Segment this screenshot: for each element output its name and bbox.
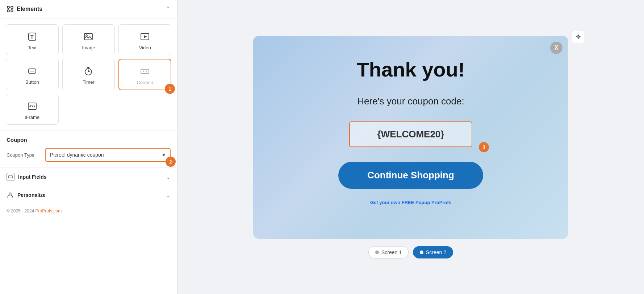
element-iframe[interactable]: iFrame <box>6 94 59 125</box>
move-icon[interactable]: ✥ <box>572 31 584 43</box>
button-element-icon <box>27 66 38 76</box>
screen-tab-1[interactable]: Screen 1 <box>368 246 409 258</box>
input-fields-icon <box>7 173 14 181</box>
popup-card: X Thank you! Here's your coupon code: ✥ … <box>253 36 568 239</box>
svg-marker-9 <box>144 35 147 38</box>
screen-tab-2-label: Screen 2 <box>426 249 446 255</box>
coupon-settings-section: Coupon Coupon Type Picreel dynamic coupo… <box>0 131 177 167</box>
screen-tab-2[interactable]: Screen 2 <box>413 246 453 258</box>
collapse-button[interactable]: ⌃ <box>165 5 171 13</box>
footer: © 2005 - 2024 ProProfs.com <box>0 204 177 218</box>
personalize-label: Personalize <box>17 192 46 198</box>
screen-tabs: Screen 1 Screen 2 <box>368 246 453 258</box>
element-video[interactable]: Video <box>118 24 171 55</box>
continue-shopping-button[interactable]: Continue Shopping <box>338 162 483 189</box>
popup-footer: Get your own FREE Popup ProProfs <box>370 200 451 205</box>
svg-point-24 <box>9 193 11 195</box>
iframe-element-label: iFrame <box>25 115 39 120</box>
coupon-element-label: Coupon <box>137 80 153 85</box>
coupon-code-display: {WELCOME20} <box>349 121 472 147</box>
coupon-field: Coupon Type Picreel dynamic coupon Stati… <box>7 148 171 162</box>
svg-text:T: T <box>30 34 34 40</box>
svg-rect-22 <box>8 176 13 178</box>
input-fields-section[interactable]: Input Fields ⌄ <box>0 167 177 186</box>
svg-rect-17 <box>141 69 149 74</box>
svg-point-0 <box>7 6 9 8</box>
svg-rect-6 <box>84 33 92 40</box>
coupon-section-title: Coupon <box>7 137 171 143</box>
element-text[interactable]: T Text <box>6 24 59 55</box>
elements-icon <box>7 5 14 13</box>
personalize-chevron: ⌄ <box>166 192 171 199</box>
screen-tab-1-dot <box>375 250 379 254</box>
svg-point-1 <box>11 6 13 8</box>
popup-subtitle: Here's your coupon code: ✥ <box>357 96 464 107</box>
coupon-type-select[interactable]: Picreel dynamic coupon Static coupon Cus… <box>46 149 170 161</box>
personalize-icon <box>7 191 14 199</box>
left-panel: Elements ⌃ T Text <box>0 0 177 294</box>
screen-tab-2-dot <box>420 250 423 254</box>
badge-3: 3 <box>479 142 489 152</box>
image-element-icon <box>83 31 94 42</box>
elements-grid: T Text Image <box>0 18 177 131</box>
svg-line-21 <box>32 105 33 107</box>
coupon-type-select-wrapper: Picreel dynamic coupon Static coupon Cus… <box>45 148 171 162</box>
input-fields-label: Input Fields <box>18 174 47 180</box>
timer-element-label: Timer <box>83 79 95 85</box>
screen-tab-1-label: Screen 1 <box>381 249 402 255</box>
text-element-label: Text <box>28 45 37 50</box>
input-fields-chevron: ⌄ <box>166 174 171 181</box>
element-button[interactable]: Button <box>6 59 59 90</box>
personalize-section[interactable]: Personalize ⌄ <box>0 186 177 204</box>
video-element-icon <box>139 31 150 42</box>
popup-title: Thank you! <box>357 58 465 81</box>
text-element-icon: T <box>27 31 38 42</box>
element-image[interactable]: Image <box>62 24 115 55</box>
element-timer[interactable]: Timer <box>62 59 115 90</box>
iframe-element-icon <box>27 101 38 112</box>
panel-header: Elements ⌃ <box>0 0 177 18</box>
button-element-label: Button <box>25 79 39 85</box>
popup-close-button[interactable]: X <box>550 42 563 54</box>
svg-point-2 <box>7 10 9 12</box>
video-element-label: Video <box>139 45 151 50</box>
image-element-label: Image <box>82 45 95 50</box>
timer-element-icon <box>83 66 94 76</box>
svg-point-3 <box>11 10 13 12</box>
popup-footer-brand: ProProfs <box>431 200 451 205</box>
coupon-element-icon <box>139 66 150 77</box>
element-coupon[interactable]: Coupon 1 <box>118 59 171 90</box>
coupon-type-label: Coupon Type <box>7 152 39 158</box>
badge-1: 1 <box>165 84 175 94</box>
badge-2: 2 <box>166 157 176 167</box>
coupon-code-wrapper: {WELCOME20} 3 <box>349 121 472 147</box>
proprofs-link[interactable]: ProProfs.com <box>35 208 62 214</box>
elements-title: Elements <box>7 5 42 13</box>
right-panel: X Thank you! Here's your coupon code: ✥ … <box>177 0 644 294</box>
